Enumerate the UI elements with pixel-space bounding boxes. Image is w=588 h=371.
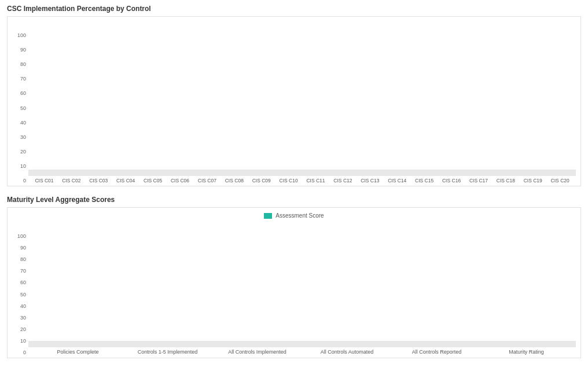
chart2-y-axis: 0102030405060708090100 [12,234,28,355]
x-label: CIS C14 [384,176,411,183]
y-label: 70 [12,76,26,82]
y-label: 50 [12,106,26,111]
x-label: CIS C02 [58,176,85,183]
x-label: CIS C19 [519,176,546,183]
legend-color [264,213,272,219]
chart2-wrap: 0102030405060708090100 Policies Complete… [12,222,576,355]
x-label: CIS C18 [492,176,519,183]
y-label: 100 [12,234,26,239]
y-label: 40 [12,120,26,126]
chart1-section: CSC Implementation Percentage by Control… [7,5,581,186]
y-label: 0 [12,178,26,183]
y-label: 60 [12,91,26,96]
y-label: 100 [12,33,26,38]
chart1-container: 0102030405060708090100 CIS C01CIS C02CIS… [7,16,581,186]
y-label: 40 [12,304,26,309]
y-label: 90 [12,47,26,53]
grid-line [28,347,576,347]
chart1-y-axis: 0102030405060708090100 [12,33,28,183]
y-label: 10 [12,339,26,344]
x-label: Maturity Rating [482,347,571,355]
x-label: CIS C01 [31,176,58,183]
y-label: 80 [12,62,26,67]
y-label: 20 [12,327,26,332]
x-label: All Controls Automated [302,347,392,355]
x-label: CIS C10 [275,176,302,183]
y-label: 30 [12,315,26,321]
y-label: 80 [12,257,26,262]
y-label: 60 [12,280,26,285]
x-label: CIS C07 [193,176,220,183]
chart2-title: Maturity Level Aggregate Scores [7,196,581,204]
chart2-section: Maturity Level Aggregate Scores Assessme… [7,196,581,358]
y-label: 70 [12,269,26,274]
x-label: Controls 1-5 Implemented [123,347,212,355]
chart2-area: Policies CompleteControls 1-5 Implemente… [28,347,576,355]
x-label: CIS C03 [85,176,112,183]
y-label: 50 [12,292,26,297]
grid-line [28,175,576,176]
x-label: CIS C16 [438,176,465,183]
x-label: CIS C17 [465,176,493,183]
y-label: 20 [12,149,26,155]
x-label: CIS C05 [139,176,167,183]
chart1-wrap: 0102030405060708090100 CIS C01CIS C02CIS… [12,21,576,183]
x-label: CIS C11 [302,176,329,183]
x-label: All Controls Implemented [212,347,302,355]
x-label: CIS C04 [112,176,139,183]
y-label: 30 [12,135,26,140]
chart2-container: Assessment Score 0102030405060708090100 … [7,207,581,358]
y-label: 90 [12,245,26,251]
x-label: Policies Complete [33,347,123,355]
x-label: CIS C15 [411,176,438,183]
legend-label: Assessment Score [275,212,324,219]
x-label: CIS C12 [329,176,357,183]
x-label: CIS C13 [357,176,384,183]
chart1-area: CIS C01CIS C02CIS C03CIS C04CIS C05CIS C… [28,176,576,183]
x-label: CIS C08 [220,176,248,183]
chart1-x-labels: CIS C01CIS C02CIS C03CIS C04CIS C05CIS C… [28,176,576,183]
x-label: All Controls Reported [392,347,482,355]
x-label: CIS C06 [167,176,194,183]
y-label: 10 [12,164,26,169]
chart1-title: CSC Implementation Percentage by Control [7,5,581,13]
chart2-legend: Assessment Score [12,212,576,219]
x-label: CIS C09 [248,176,275,183]
page: CSC Implementation Percentage by Control… [0,0,588,371]
y-label: 0 [12,350,26,355]
x-label: CIS C20 [546,176,574,183]
chart2-x-labels: Policies CompleteControls 1-5 Implemente… [28,347,576,355]
